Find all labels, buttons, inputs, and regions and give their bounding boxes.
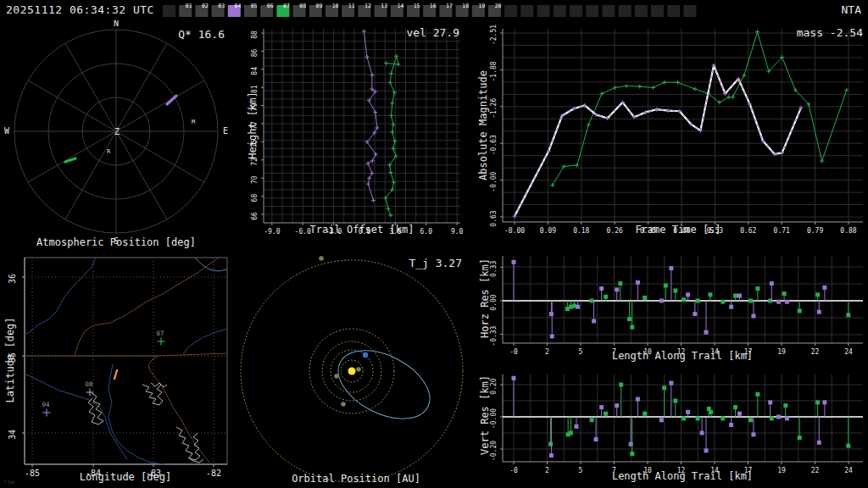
residual-point	[669, 381, 673, 385]
y-tick-label: -0.20	[490, 441, 498, 461]
residual-point	[729, 423, 733, 427]
residual-point	[549, 453, 554, 458]
residual-point	[704, 448, 709, 452]
residual-point	[627, 317, 632, 321]
planet-dot	[334, 374, 339, 379]
residual-point	[770, 281, 774, 286]
residual-point	[755, 392, 760, 396]
frame-slot-label: 18	[462, 3, 469, 9]
earth-dot	[363, 352, 368, 358]
river	[195, 258, 227, 271]
residual-point	[729, 305, 733, 309]
residual-point	[776, 300, 781, 304]
residual-point	[549, 312, 554, 316]
horz-res-xlabel: Length Along Trail [km]	[612, 350, 753, 362]
residual-point	[708, 292, 712, 297]
map-ylabel: Latitude [deg]	[4, 317, 16, 402]
x-tick-label: -0	[509, 467, 518, 474]
x-tick-label: -0	[509, 348, 518, 356]
frame-slot-label: 15	[414, 3, 420, 9]
y-tick-label: -1.88	[490, 61, 498, 81]
atmospheric-caption: Atmospheric Position [deg]	[36, 236, 196, 248]
residual-point	[604, 412, 608, 416]
frame-slot-empty	[602, 5, 615, 17]
residual-point	[686, 292, 690, 297]
frame-slot-label: 08	[299, 3, 306, 9]
river	[183, 329, 227, 354]
map-xlabel: Longitude [deg]	[80, 471, 171, 483]
frame-slot-empty	[651, 5, 664, 17]
magnitude-plot: -0.000.090.180.260.350.440.530.620.710.7…	[470, 20, 868, 249]
residual-point	[599, 405, 604, 409]
station-marker-label-07: 07	[156, 330, 164, 337]
residual-point	[618, 281, 622, 286]
residual-point	[846, 313, 850, 317]
y-tick-label: 0.00	[490, 294, 498, 310]
residual-point	[737, 412, 742, 416]
residual-point	[673, 289, 677, 293]
station-mark-M: M	[192, 119, 195, 125]
cardinal-west: W	[4, 126, 10, 136]
frame-slot-empty	[635, 5, 648, 17]
x-tick-label: 24	[844, 467, 853, 474]
residual-point	[817, 310, 821, 314]
y-tick-label: -0.00	[490, 408, 498, 429]
y-tick-label: -2.51	[490, 25, 498, 45]
frame-slot-label: 19	[478, 3, 485, 9]
magnitude-ylabel: Absolute Magnitude	[477, 70, 489, 180]
residual-point	[590, 418, 594, 422]
frame-slot-label: 01	[186, 3, 192, 9]
state-border	[159, 353, 227, 356]
x-tick-label: 22	[811, 467, 820, 474]
frame-slot-label: 05	[251, 3, 258, 9]
residual-point	[696, 299, 700, 303]
residual-point	[782, 291, 787, 296]
white-lightcurve	[515, 65, 801, 216]
residual-point	[636, 280, 640, 285]
residual-point	[594, 437, 598, 441]
x-tick-label: 0.79	[807, 227, 823, 235]
station-code: NTA	[842, 3, 861, 16]
residual-point	[785, 416, 789, 420]
residual-point	[709, 410, 713, 414]
residual-point	[673, 399, 677, 403]
residual-point	[682, 416, 686, 420]
residual-point	[748, 418, 753, 422]
residual-point	[619, 383, 623, 387]
y-tick-label: 0.20	[490, 378, 498, 394]
residual-point	[700, 431, 704, 435]
residual-point	[643, 412, 647, 416]
frame-slot-label: 04	[234, 3, 241, 9]
frame-slot-empty	[163, 5, 175, 17]
residual-point	[776, 415, 781, 419]
cardinal-east: E	[223, 126, 228, 136]
lon-tick-label: -85	[25, 469, 40, 478]
frame-slot-empty	[520, 5, 533, 17]
residual-point	[693, 312, 697, 316]
residual-point	[817, 441, 821, 445]
y-tick-label: 70	[251, 175, 259, 184]
frame-slot-empty	[554, 5, 566, 17]
x-tick-label: 6.0	[420, 228, 433, 236]
residual-point	[636, 397, 640, 402]
orbit-caption: Orbital Position [AU]	[292, 473, 420, 485]
sun-dot	[348, 368, 356, 375]
residual-point	[751, 314, 755, 319]
x-tick-label: 0.62	[740, 227, 756, 235]
residual-point	[550, 335, 554, 339]
residual-point	[512, 376, 516, 380]
tisserand-badge: T_j 3.27	[409, 257, 462, 269]
horz-res-ylabel: Horz Res [km]	[479, 258, 491, 338]
x-tick-label: 0.88	[840, 227, 856, 235]
frame-slot-label: 17	[446, 3, 453, 9]
zenith-label: Z	[114, 127, 120, 136]
lat-tick-label: 36	[8, 274, 17, 284]
x-tick-label: 24	[844, 348, 853, 356]
x-tick-label: 0.26	[607, 227, 623, 235]
residual-point	[512, 260, 516, 264]
frame-slot-label: 13	[381, 3, 387, 9]
utc-clock: 20251112 06:34:32 UTC	[6, 3, 154, 16]
x-tick-label: -0.00	[504, 227, 525, 235]
residual-point	[783, 403, 787, 408]
residual-point	[682, 297, 686, 302]
